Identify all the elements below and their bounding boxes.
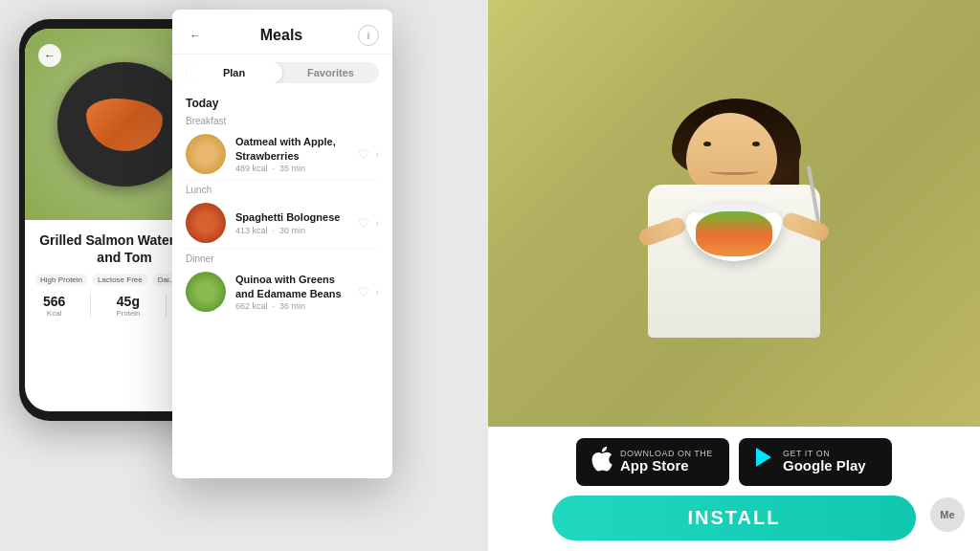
- meal-actions-quinoa: ♡ ›: [358, 285, 379, 299]
- meal-thumb-spaghetti: [186, 203, 226, 243]
- meal-chevron-spaghetti[interactable]: ›: [375, 217, 379, 229]
- meal-actions-oatmeal: ♡ ›: [358, 147, 379, 162]
- salmon-piece: [86, 99, 163, 151]
- person-arm-right: [780, 210, 831, 243]
- meal-thumb-quinoa: [186, 272, 226, 312]
- meal-heart-spaghetti[interactable]: ♡: [358, 216, 369, 231]
- bowl: [686, 204, 782, 261]
- apple-store-name: App Store: [620, 458, 713, 474]
- meals-header: ← Meals i: [172, 10, 392, 55]
- meal-item-spaghetti[interactable]: Spaghetti Bolognese 413 kcal · 30 min ♡ …: [172, 197, 392, 249]
- avatar-icon[interactable]: Me: [930, 497, 965, 532]
- category-lunch: Lunch: [172, 181, 392, 197]
- category-breakfast: Breakfast: [172, 112, 392, 128]
- tab-plan[interactable]: Plan: [186, 62, 282, 83]
- right-panel: Download on the App Store: [488, 0, 980, 551]
- bowl-contents: [696, 211, 772, 256]
- meal-chevron-quinoa[interactable]: ›: [375, 286, 379, 298]
- tag-high-protein: High Protein: [34, 274, 88, 286]
- meal-heart-oatmeal[interactable]: ♡: [358, 147, 369, 162]
- person-eye-right: [752, 142, 760, 146]
- protein-label: Protein: [116, 309, 140, 318]
- google-play-text: GET IT ON Google Play: [783, 449, 866, 474]
- section-today: Today: [172, 91, 392, 112]
- meal-name-spaghetti: Spaghetti Bolognese: [235, 210, 348, 224]
- bottom-area: Download on the App Store: [488, 427, 980, 551]
- meal-thumb-oatmeal: [186, 134, 226, 174]
- meal-info-quinoa: Quinoa with Greens and Edamame Beans 662…: [235, 273, 348, 311]
- spoon: [807, 165, 820, 223]
- app-store-button[interactable]: Download on the App Store: [576, 438, 729, 486]
- kcal-label: Kcal: [43, 309, 65, 318]
- meal-meta-spaghetti: 413 kcal · 30 min: [235, 226, 348, 235]
- meal-name-quinoa: Quinoa with Greens and Edamame Beans: [235, 273, 348, 300]
- apple-icon: [590, 446, 612, 478]
- google-play-button[interactable]: GET IT ON Google Play: [739, 438, 892, 486]
- person-photo-area: [488, 0, 980, 436]
- tag-lactose-free: Lactose Free: [92, 274, 148, 286]
- back-arrow-icon[interactable]: ←: [38, 44, 61, 67]
- category-dinner: Dinner: [172, 250, 392, 266]
- google-play-name: Google Play: [783, 458, 866, 474]
- meal-meta-quinoa: 662 kcal · 36 min: [235, 301, 348, 311]
- person-figure: [648, 99, 820, 338]
- person-body: [648, 185, 820, 338]
- divider-2: [166, 294, 167, 318]
- meals-title: Meals: [260, 27, 302, 44]
- google-play-icon: [752, 446, 775, 478]
- meal-chevron-oatmeal[interactable]: ›: [375, 148, 379, 160]
- left-panel: ← ♡ Grilled Salmon Watercress and Tom Hi…: [0, 0, 488, 551]
- info-button[interactable]: i: [358, 25, 379, 46]
- meal-item-quinoa[interactable]: Quinoa with Greens and Edamame Beans 662…: [172, 266, 392, 318]
- meal-item-oatmeal[interactable]: Oatmeal with Apple, Strawberries 489 kca…: [172, 128, 392, 180]
- person-arm-left: [636, 215, 687, 248]
- store-buttons: Download on the App Store: [507, 438, 961, 486]
- phone-front: ← Meals i Plan Favorites Today Breakfast…: [172, 10, 392, 478]
- meal-meta-oatmeal: 489 kcal · 35 min: [235, 164, 348, 173]
- meal-name-oatmeal: Oatmeal with Apple, Strawberries: [235, 135, 348, 163]
- meal-heart-quinoa[interactable]: ♡: [358, 285, 369, 299]
- meal-info-oatmeal: Oatmeal with Apple, Strawberries 489 kca…: [235, 135, 348, 173]
- meal-actions-spaghetti: ♡ ›: [358, 216, 379, 231]
- tab-favorites[interactable]: Favorites: [282, 62, 379, 83]
- avatar-label: Me: [940, 509, 954, 520]
- person-eye-left: [703, 142, 711, 146]
- nutrient-kcal: 566 Kcal: [43, 294, 65, 318]
- kcal-value: 566: [43, 294, 65, 309]
- person-smile: [709, 167, 759, 175]
- meal-info-spaghetti: Spaghetti Bolognese 413 kcal · 30 min: [235, 210, 348, 234]
- meals-back-arrow[interactable]: ←: [186, 26, 205, 45]
- nutrient-protein: 45g Protein: [116, 294, 140, 318]
- divider-1: [90, 294, 91, 318]
- protein-value: 45g: [116, 294, 140, 309]
- apple-store-text: Download on the App Store: [620, 449, 713, 474]
- salmon-plate: [57, 62, 191, 187]
- install-button[interactable]: INSTALL: [552, 496, 916, 540]
- tab-row: Plan Favorites: [186, 62, 379, 83]
